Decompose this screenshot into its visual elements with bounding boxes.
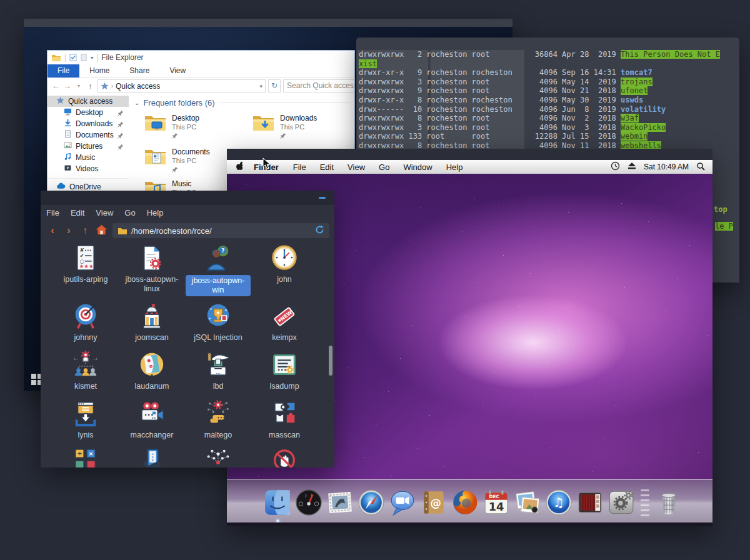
folder-tile-desktop[interactable]: DesktopThis PC xyxy=(144,114,244,141)
keimpx-icon: NEW xyxy=(270,302,299,331)
fm-item-iputils-arping[interactable]: ✘✔○★★★iputils-arping xyxy=(53,244,118,284)
svg-text:•••: ••• xyxy=(144,412,154,418)
chevron-down-icon[interactable]: ▾ xyxy=(74,83,83,89)
svg-text:÷: ÷ xyxy=(77,450,82,457)
fm-item-lsadump[interactable]: •••••lsadump xyxy=(252,351,317,391)
fm-menu-go[interactable]: Go xyxy=(119,208,141,218)
fm-item-macchanger[interactable]: •••macchanger xyxy=(119,399,184,440)
chevron-down-icon[interactable]: ⌄ xyxy=(134,99,139,106)
home-icon[interactable] xyxy=(96,224,108,238)
fm-menu-help[interactable]: Help xyxy=(141,208,169,218)
up-icon[interactable]: ↑ xyxy=(86,81,94,91)
sidebar-item-music[interactable]: Music xyxy=(48,152,129,163)
back-icon[interactable]: ← xyxy=(51,81,60,91)
sidebar-item-quick-access[interactable]: Quick access xyxy=(48,96,129,107)
file-icon[interactable] xyxy=(80,54,88,61)
up-icon[interactable]: ↑ xyxy=(79,225,91,236)
fm-item-jsql-injection[interactable]: ★jSQL Injection xyxy=(186,302,251,342)
mac-menu-edit[interactable]: Edit xyxy=(313,162,341,172)
fm-item-joomscan[interactable]: joomscan xyxy=(119,302,184,342)
sidebar-item-documents[interactable]: Documents xyxy=(48,129,129,141)
search-input[interactable]: Search Quick access xyxy=(283,79,355,92)
fm-menu-file[interactable]: File xyxy=(41,208,65,218)
window-title: File Explorer xyxy=(101,53,143,62)
apple-menu[interactable] xyxy=(227,161,248,172)
dir-name: WackoPicko xyxy=(621,123,666,132)
macchanger-icon: ••• xyxy=(138,399,166,428)
forward-icon[interactable]: › xyxy=(63,225,74,236)
dashboard-icon[interactable] xyxy=(294,488,323,517)
firefox-icon[interactable] xyxy=(451,488,479,517)
mac-menu-go[interactable]: Go xyxy=(372,162,396,172)
safari-icon[interactable] xyxy=(357,488,386,517)
fm-item-lynis[interactable]: lynis xyxy=(53,399,118,440)
fm-scrollbar-thumb[interactable] xyxy=(329,346,332,376)
terminal-line: drwxrwxrwx 2 rocheston root 36864 Apr 28… xyxy=(359,50,720,68)
spotlight-icon[interactable] xyxy=(696,162,705,172)
refresh-icon[interactable] xyxy=(315,225,324,236)
menubar-clock[interactable]: Sat 10:49 AM xyxy=(644,162,689,171)
sidebar-item-label: Desktop xyxy=(76,108,103,117)
chevron-down-icon[interactable]: ▾ xyxy=(91,55,93,61)
fm-item-partial[interactable]: ÷× xyxy=(53,448,118,468)
fm-item-partial[interactable] xyxy=(252,448,317,468)
fm-item-masscan[interactable]: masscan xyxy=(252,399,317,440)
fm-item-jboss-autopwn-linux[interactable]: jboss-autopwn-linux xyxy=(119,244,184,294)
fm-menu-edit[interactable]: Edit xyxy=(65,208,90,218)
fm-item-keimpx[interactable]: NEWkeimpx xyxy=(252,302,317,342)
mail-icon[interactable] xyxy=(326,488,354,517)
minimize-button[interactable] xyxy=(319,197,326,199)
forward-icon[interactable]: → xyxy=(62,81,71,91)
fm-item-partial[interactable] xyxy=(186,448,251,468)
iphoto-icon[interactable] xyxy=(513,488,542,517)
mac-menu-window[interactable]: Window xyxy=(396,162,439,172)
fm-item-jboss-autopwn-win[interactable]: ?jboss-autopwn-win xyxy=(186,244,251,296)
sidebar-item-desktop[interactable]: Desktop xyxy=(48,107,129,118)
address-book-icon[interactable]: @ xyxy=(419,488,448,517)
fm-item-kismet[interactable]: kismet xyxy=(53,351,118,391)
desktop-top-strip xyxy=(24,19,512,27)
fm-menu-view[interactable]: View xyxy=(90,208,119,218)
fm-item-john[interactable]: john xyxy=(252,244,317,284)
fm-item-laudanum[interactable]: laudanum xyxy=(119,351,184,391)
ical-icon[interactable]: DEC14 xyxy=(482,488,511,517)
svg-text:?: ? xyxy=(221,248,224,254)
fm-item-maltego[interactable]: •••maltego xyxy=(186,399,251,440)
svg-text:×: × xyxy=(89,450,94,457)
address-bar[interactable]: ›Quick access▾ xyxy=(98,79,266,92)
fm-item-label: jboss-autopwn-win xyxy=(186,275,251,296)
eject-icon[interactable] xyxy=(628,162,636,172)
mac-menu-view[interactable]: View xyxy=(341,162,372,172)
fm-item-johnny[interactable]: johnny xyxy=(53,302,118,342)
photo-booth-icon[interactable] xyxy=(576,488,604,517)
ribbon-tab-home[interactable]: Home xyxy=(79,64,119,78)
checkbox-icon[interactable] xyxy=(69,54,77,61)
ichat-icon[interactable] xyxy=(388,488,417,517)
fm-item-lbd[interactable]: …lbd xyxy=(186,351,251,391)
sidebar-item-pictures[interactable]: Pictures xyxy=(48,141,129,152)
fm-item-label: laudanum xyxy=(119,382,184,391)
time-machine-icon[interactable] xyxy=(611,161,620,172)
back-icon[interactable]: ‹ xyxy=(47,225,58,236)
file-manager-window: FileEditViewGoHelp ‹ › ↑ /home/rocheston… xyxy=(41,191,334,468)
mac-menu-file[interactable]: File xyxy=(286,162,313,172)
fm-item-partial[interactable] xyxy=(119,448,184,468)
ribbon-tab-view[interactable]: View xyxy=(159,64,196,78)
terminal-line: drwxrwxrwx 9 rocheston root 4096 Nov 21 … xyxy=(359,86,648,95)
trash-icon[interactable] xyxy=(654,488,683,517)
folder-location: This PC xyxy=(172,123,199,131)
pin-icon xyxy=(172,132,199,141)
fm-path-bar[interactable]: /home/rocheston/rcce/ xyxy=(112,223,329,238)
mac-menu-help[interactable]: Help xyxy=(439,162,470,172)
fm-item-label: lsadump xyxy=(252,382,317,391)
itunes-icon[interactable]: ♫ xyxy=(544,488,573,517)
sidebar-item-videos[interactable]: Videos xyxy=(48,163,129,174)
finder-icon[interactable] xyxy=(263,488,292,517)
sidebar-item-downloads[interactable]: Downloads xyxy=(48,118,129,129)
ribbon-tab-file[interactable]: File xyxy=(48,64,79,78)
system-preferences-icon[interactable] xyxy=(607,488,636,517)
refresh-icon[interactable]: ↻ xyxy=(268,79,281,92)
explorer-ribbon-tabs: FileHomeShareView xyxy=(48,64,354,78)
folder-tile-downloads[interactable]: DownloadsThis PC xyxy=(252,114,352,141)
ribbon-tab-share[interactable]: Share xyxy=(119,64,159,78)
